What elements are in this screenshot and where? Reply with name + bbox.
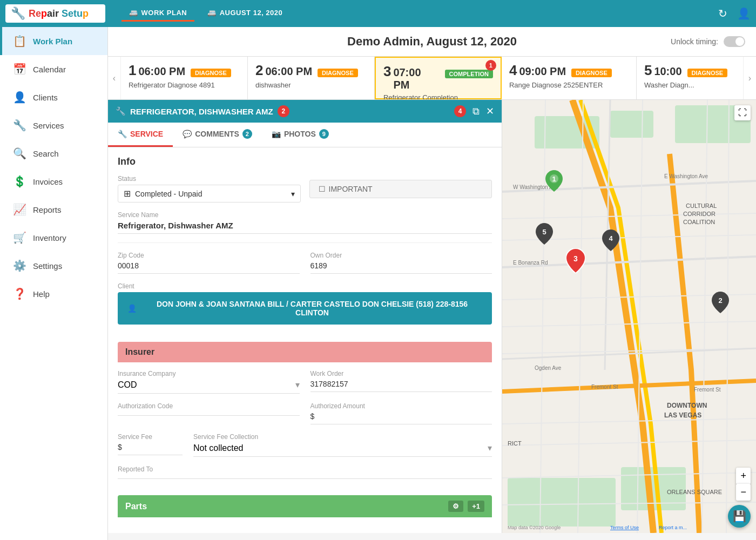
card4-desc: Range Diagnose 2525ENTER [509, 81, 629, 89]
external-link-icon[interactable]: ⧉ [473, 106, 480, 117]
schedule-cards: 1 06:00 PM DIAGNOSE Refrigerator Diagnos… [121, 57, 743, 99]
own-order-field: Own Order 6189 [310, 252, 492, 274]
sidebar-label-reports: Reports [33, 205, 62, 214]
insurance-dropdown-icon: ▾ [295, 380, 300, 390]
service-fee-collection-select[interactable]: Not collected ▾ [193, 443, 492, 457]
map-panel: CULTURAL CORRIDOR COALITION DOWNTOWN LAS… [502, 100, 756, 533]
sidebar-label-services: Services [33, 121, 64, 130]
svg-text:Ogden Ave: Ogden Ave [535, 365, 562, 371]
schedule-row: ‹ 1 06:00 PM DIAGNOSE Refrigerator Diagn… [108, 57, 756, 100]
status-dropdown-icon: ▾ [291, 190, 295, 198]
own-order-label: Own Order [310, 252, 492, 259]
own-order-value: 6189 [310, 261, 492, 274]
svg-text:LAS VEGAS: LAS VEGAS [664, 411, 701, 419]
svg-text:Fremont St: Fremont St [591, 384, 618, 390]
insurance-company-value: COD [118, 380, 137, 390]
client-button[interactable]: 👤 DON JOHN & JOAN SANTANA BILL / CARTER … [118, 292, 492, 325]
sidebar-item-services[interactable]: 🔧 Services [0, 111, 107, 139]
map-zoom-in-button[interactable]: + [736, 468, 751, 484]
important-button[interactable]: ☐ IMPORTANT [309, 180, 492, 198]
service-fee-label: Service Fee [118, 433, 183, 441]
svg-text:ORLEANS SQUARE: ORLEANS SQUARE [667, 489, 722, 495]
service-panel: 🔧 REFRIGERATOR, DISHWASHER AMZ 2 4 ⧉ ✕ 🔧… [108, 100, 502, 533]
work-order-field: Work Order 317882157 [310, 370, 492, 394]
fee-collection-dropdown-icon: ▾ [488, 443, 492, 453]
parts-add-button[interactable]: +1 [468, 501, 484, 512]
svg-text:CULTURAL: CULTURAL [686, 202, 717, 209]
card3-num: 3 [383, 63, 391, 80]
insurer-body: Insurance Company COD ▾ Work Order 31788… [118, 362, 492, 487]
tab-service[interactable]: 🔧 SERVICE [108, 123, 173, 147]
svg-text:W Washington Ave: W Washington Ave [513, 184, 558, 190]
svg-rect-4 [508, 478, 616, 526]
topbar: 🔧 Repair Setup 🚐 WORK PLAN 🚐 AUGUST 12, … [0, 0, 756, 27]
schedule-card-4[interactable]: 4 09:00 PM DIAGNOSE Range Diagnose 2525E… [502, 57, 637, 99]
clients-sidebar-icon: 👤 [13, 91, 26, 104]
sidebar-item-reports[interactable]: 📈 Reports [0, 195, 107, 224]
search-sidebar-icon: 🔍 [13, 147, 26, 160]
logo-icon: 🔧 [11, 6, 25, 21]
card2-num: 2 [255, 62, 263, 79]
calendar-sidebar-icon: 📅 [13, 63, 26, 76]
map-save-button[interactable]: 💾 [728, 505, 751, 528]
parts-gear-button[interactable]: ⚙ [448, 501, 463, 512]
status-select[interactable]: ⊞ Completed - Unpaid ▾ [118, 185, 301, 202]
map-zoom-out-button[interactable]: − [736, 484, 751, 501]
parts-header: Parts ⚙ +1 [118, 495, 492, 517]
insurer-header: Insurer [118, 342, 492, 362]
close-icon[interactable]: ✕ [486, 105, 494, 117]
map-fullscreen-button[interactable]: ⛶ [734, 105, 751, 120]
sidebar-item-search[interactable]: 🔍 Search [0, 139, 107, 167]
reported-to-label: Reported To [118, 465, 492, 473]
reported-to-field: Reported To [118, 465, 492, 479]
zip-label: Zip Code [118, 252, 300, 259]
client-value: DON JOHN & JOAN SANTANA BILL / CARTER CA… [142, 300, 482, 317]
sidebar-item-invoices[interactable]: 💲 Invoices [0, 167, 107, 195]
sidebar-item-calendar[interactable]: 📅 Calendar [0, 55, 107, 83]
schedule-card-2[interactable]: 2 06:00 PM DIAGNOSE dishwasher [248, 57, 375, 99]
refresh-icon[interactable]: ↻ [718, 7, 727, 20]
sidebar-item-settings[interactable]: ⚙️ Settings [0, 252, 107, 280]
header-bar: Demo Admin, August 12, 2020 Unlock timin… [108, 27, 756, 57]
sidebar-item-workplan[interactable]: 📋 Work Plan [0, 27, 107, 55]
schedule-left-arrow[interactable]: ‹ [108, 57, 121, 99]
settings-sidebar-icon: ⚙️ [13, 259, 26, 272]
svg-text:RICT: RICT [508, 440, 522, 447]
svg-text:E Washington Ave: E Washington Ave [664, 173, 708, 179]
tab-comments[interactable]: 💬 COMMENTS 2 [173, 123, 262, 147]
schedule-right-arrow[interactable]: › [743, 57, 756, 99]
nav-date[interactable]: 🚐 AUGUST 12, 2020 [200, 5, 290, 22]
service-fee-collection-value: Not collected [193, 443, 244, 453]
card1-desc: Refrigerator Diagnose 4891 [129, 81, 240, 89]
nav-workplan[interactable]: 🚐 WORK PLAN [122, 5, 194, 22]
status-value: Completed - Unpaid [135, 190, 202, 198]
service-header-actions: 4 ⧉ ✕ [454, 105, 494, 117]
card5-badge: DIAGNOSE [687, 69, 728, 77]
work-order-label: Work Order [310, 370, 492, 377]
service-fee-value: $ [118, 443, 183, 455]
auth-row: Authorization Code Authorized Amount $ [118, 402, 492, 424]
tab-photos[interactable]: 📷 PHOTOS 9 [262, 123, 339, 147]
two-panel: 🔧 REFRIGERATOR, DISHWASHER AMZ 2 4 ⧉ ✕ 🔧… [108, 100, 756, 533]
svg-text:DOWNTOWN: DOWNTOWN [667, 402, 707, 409]
card3-desc: Refrigerator Completion [383, 93, 493, 99]
card2-time: 06:00 PM [265, 65, 312, 78]
sidebar-item-clients[interactable]: 👤 Clients [0, 83, 107, 111]
schedule-card-1[interactable]: 1 06:00 PM DIAGNOSE Refrigerator Diagnos… [121, 57, 248, 99]
unlock-timing-toggle[interactable] [724, 36, 745, 47]
help-sidebar-icon: ❓ [13, 287, 26, 300]
service-badge-num: 2 [278, 105, 289, 117]
card3-badge: COMPLETION [445, 70, 493, 78]
schedule-card-3[interactable]: 3 07:00 PM COMPLETION Refrigerator Compl… [375, 57, 502, 99]
sidebar-label-inventory: Inventory [33, 233, 66, 242]
fee-row: Service Fee $ Service Fee Collection Not… [118, 433, 492, 457]
status-row: Status ⊞ Completed - Unpaid ▾ ☐ IMPORTAN… [118, 175, 492, 202]
service-fee-collection-label: Service Fee Collection [193, 433, 492, 441]
card1-badge: DIAGNOSE [191, 69, 231, 77]
card4-time: 09:00 PM [519, 65, 566, 78]
insurance-company-select[interactable]: COD ▾ [118, 380, 300, 394]
user-icon[interactable]: 👤 [737, 7, 751, 20]
sidebar-item-help[interactable]: ❓ Help [0, 280, 107, 308]
sidebar-item-inventory[interactable]: 🛒 Inventory [0, 224, 107, 252]
schedule-card-5[interactable]: 5 10:00 DIAGNOSE Washer Diagn... [637, 57, 743, 99]
